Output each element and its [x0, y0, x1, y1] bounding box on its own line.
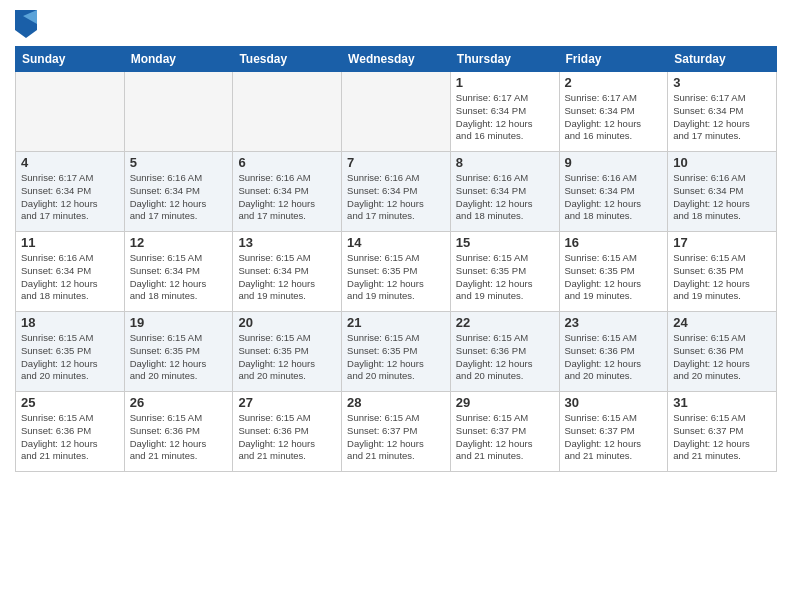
calendar-cell: 5Sunrise: 6:16 AM Sunset: 6:34 PM Daylig… [124, 152, 233, 232]
day-number: 5 [130, 155, 228, 170]
calendar-cell: 13Sunrise: 6:15 AM Sunset: 6:34 PM Dayli… [233, 232, 342, 312]
calendar-cell [233, 72, 342, 152]
day-info: Sunrise: 6:15 AM Sunset: 6:35 PM Dayligh… [238, 332, 336, 383]
calendar-header-friday: Friday [559, 47, 668, 72]
calendar-cell: 1Sunrise: 6:17 AM Sunset: 6:34 PM Daylig… [450, 72, 559, 152]
calendar-table: SundayMondayTuesdayWednesdayThursdayFrid… [15, 46, 777, 472]
day-info: Sunrise: 6:17 AM Sunset: 6:34 PM Dayligh… [565, 92, 663, 143]
day-number: 20 [238, 315, 336, 330]
day-number: 15 [456, 235, 554, 250]
day-number: 19 [130, 315, 228, 330]
day-info: Sunrise: 6:15 AM Sunset: 6:37 PM Dayligh… [456, 412, 554, 463]
day-number: 30 [565, 395, 663, 410]
calendar-cell: 19Sunrise: 6:15 AM Sunset: 6:35 PM Dayli… [124, 312, 233, 392]
day-info: Sunrise: 6:17 AM Sunset: 6:34 PM Dayligh… [21, 172, 119, 223]
day-info: Sunrise: 6:15 AM Sunset: 6:35 PM Dayligh… [456, 252, 554, 303]
day-number: 23 [565, 315, 663, 330]
calendar-header-thursday: Thursday [450, 47, 559, 72]
calendar-header-sunday: Sunday [16, 47, 125, 72]
day-number: 2 [565, 75, 663, 90]
day-info: Sunrise: 6:15 AM Sunset: 6:37 PM Dayligh… [565, 412, 663, 463]
calendar-week-4: 18Sunrise: 6:15 AM Sunset: 6:35 PM Dayli… [16, 312, 777, 392]
calendar-header-tuesday: Tuesday [233, 47, 342, 72]
calendar-cell: 6Sunrise: 6:16 AM Sunset: 6:34 PM Daylig… [233, 152, 342, 232]
day-number: 1 [456, 75, 554, 90]
day-info: Sunrise: 6:17 AM Sunset: 6:34 PM Dayligh… [456, 92, 554, 143]
day-info: Sunrise: 6:16 AM Sunset: 6:34 PM Dayligh… [673, 172, 771, 223]
day-number: 24 [673, 315, 771, 330]
day-number: 10 [673, 155, 771, 170]
logo-icon [15, 10, 37, 38]
calendar-cell: 12Sunrise: 6:15 AM Sunset: 6:34 PM Dayli… [124, 232, 233, 312]
calendar-week-5: 25Sunrise: 6:15 AM Sunset: 6:36 PM Dayli… [16, 392, 777, 472]
calendar-cell: 8Sunrise: 6:16 AM Sunset: 6:34 PM Daylig… [450, 152, 559, 232]
calendar-header-monday: Monday [124, 47, 233, 72]
day-number: 17 [673, 235, 771, 250]
day-info: Sunrise: 6:15 AM Sunset: 6:37 PM Dayligh… [673, 412, 771, 463]
calendar-cell: 21Sunrise: 6:15 AM Sunset: 6:35 PM Dayli… [342, 312, 451, 392]
day-info: Sunrise: 6:15 AM Sunset: 6:35 PM Dayligh… [673, 252, 771, 303]
day-number: 7 [347, 155, 445, 170]
day-number: 18 [21, 315, 119, 330]
day-info: Sunrise: 6:15 AM Sunset: 6:36 PM Dayligh… [130, 412, 228, 463]
calendar-week-3: 11Sunrise: 6:16 AM Sunset: 6:34 PM Dayli… [16, 232, 777, 312]
day-number: 25 [21, 395, 119, 410]
day-number: 8 [456, 155, 554, 170]
logo [15, 10, 41, 38]
day-info: Sunrise: 6:17 AM Sunset: 6:34 PM Dayligh… [673, 92, 771, 143]
day-number: 31 [673, 395, 771, 410]
calendar-cell [124, 72, 233, 152]
calendar-cell: 3Sunrise: 6:17 AM Sunset: 6:34 PM Daylig… [668, 72, 777, 152]
day-info: Sunrise: 6:15 AM Sunset: 6:36 PM Dayligh… [565, 332, 663, 383]
calendar-cell: 24Sunrise: 6:15 AM Sunset: 6:36 PM Dayli… [668, 312, 777, 392]
calendar-cell: 20Sunrise: 6:15 AM Sunset: 6:35 PM Dayli… [233, 312, 342, 392]
calendar-cell: 31Sunrise: 6:15 AM Sunset: 6:37 PM Dayli… [668, 392, 777, 472]
day-info: Sunrise: 6:15 AM Sunset: 6:34 PM Dayligh… [130, 252, 228, 303]
calendar-cell: 30Sunrise: 6:15 AM Sunset: 6:37 PM Dayli… [559, 392, 668, 472]
calendar-cell: 17Sunrise: 6:15 AM Sunset: 6:35 PM Dayli… [668, 232, 777, 312]
day-info: Sunrise: 6:15 AM Sunset: 6:35 PM Dayligh… [347, 332, 445, 383]
calendar-cell: 27Sunrise: 6:15 AM Sunset: 6:36 PM Dayli… [233, 392, 342, 472]
day-number: 9 [565, 155, 663, 170]
calendar-cell: 10Sunrise: 6:16 AM Sunset: 6:34 PM Dayli… [668, 152, 777, 232]
day-info: Sunrise: 6:15 AM Sunset: 6:35 PM Dayligh… [130, 332, 228, 383]
day-info: Sunrise: 6:16 AM Sunset: 6:34 PM Dayligh… [456, 172, 554, 223]
day-number: 28 [347, 395, 445, 410]
page: SundayMondayTuesdayWednesdayThursdayFrid… [0, 0, 792, 612]
calendar-cell: 4Sunrise: 6:17 AM Sunset: 6:34 PM Daylig… [16, 152, 125, 232]
day-number: 22 [456, 315, 554, 330]
day-info: Sunrise: 6:15 AM Sunset: 6:34 PM Dayligh… [238, 252, 336, 303]
day-number: 16 [565, 235, 663, 250]
day-number: 4 [21, 155, 119, 170]
day-info: Sunrise: 6:16 AM Sunset: 6:34 PM Dayligh… [565, 172, 663, 223]
day-info: Sunrise: 6:15 AM Sunset: 6:35 PM Dayligh… [347, 252, 445, 303]
calendar-cell: 25Sunrise: 6:15 AM Sunset: 6:36 PM Dayli… [16, 392, 125, 472]
calendar-cell: 18Sunrise: 6:15 AM Sunset: 6:35 PM Dayli… [16, 312, 125, 392]
header [15, 10, 777, 38]
calendar-cell: 16Sunrise: 6:15 AM Sunset: 6:35 PM Dayli… [559, 232, 668, 312]
calendar-week-2: 4Sunrise: 6:17 AM Sunset: 6:34 PM Daylig… [16, 152, 777, 232]
day-info: Sunrise: 6:15 AM Sunset: 6:36 PM Dayligh… [673, 332, 771, 383]
calendar-week-1: 1Sunrise: 6:17 AM Sunset: 6:34 PM Daylig… [16, 72, 777, 152]
day-info: Sunrise: 6:15 AM Sunset: 6:36 PM Dayligh… [238, 412, 336, 463]
day-number: 14 [347, 235, 445, 250]
calendar-cell: 11Sunrise: 6:16 AM Sunset: 6:34 PM Dayli… [16, 232, 125, 312]
day-number: 29 [456, 395, 554, 410]
calendar-header-row: SundayMondayTuesdayWednesdayThursdayFrid… [16, 47, 777, 72]
day-number: 27 [238, 395, 336, 410]
day-info: Sunrise: 6:15 AM Sunset: 6:37 PM Dayligh… [347, 412, 445, 463]
calendar-cell: 28Sunrise: 6:15 AM Sunset: 6:37 PM Dayli… [342, 392, 451, 472]
calendar-cell: 9Sunrise: 6:16 AM Sunset: 6:34 PM Daylig… [559, 152, 668, 232]
calendar-cell: 29Sunrise: 6:15 AM Sunset: 6:37 PM Dayli… [450, 392, 559, 472]
day-number: 11 [21, 235, 119, 250]
day-info: Sunrise: 6:15 AM Sunset: 6:35 PM Dayligh… [565, 252, 663, 303]
day-info: Sunrise: 6:16 AM Sunset: 6:34 PM Dayligh… [238, 172, 336, 223]
day-number: 21 [347, 315, 445, 330]
day-number: 3 [673, 75, 771, 90]
calendar-cell: 15Sunrise: 6:15 AM Sunset: 6:35 PM Dayli… [450, 232, 559, 312]
calendar-cell: 22Sunrise: 6:15 AM Sunset: 6:36 PM Dayli… [450, 312, 559, 392]
calendar-cell [342, 72, 451, 152]
calendar-header-saturday: Saturday [668, 47, 777, 72]
day-number: 26 [130, 395, 228, 410]
calendar-cell: 23Sunrise: 6:15 AM Sunset: 6:36 PM Dayli… [559, 312, 668, 392]
